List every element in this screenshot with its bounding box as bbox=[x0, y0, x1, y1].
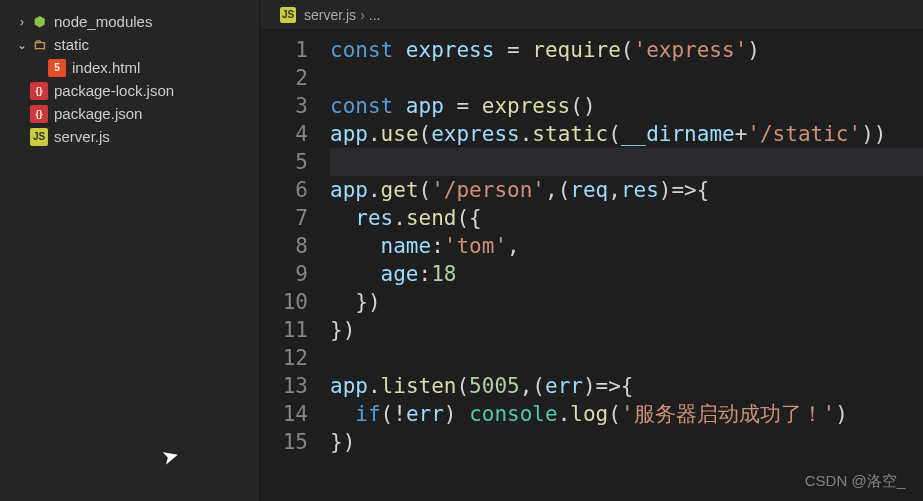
nm-icon: ⬢ bbox=[30, 13, 48, 31]
code-line[interactable]: if(!err) console.log('服务器启动成功了！') bbox=[330, 400, 923, 428]
tree-indent bbox=[32, 60, 48, 76]
line-number: 10 bbox=[260, 288, 308, 316]
code-line[interactable]: app.get('/person',(req,res)=>{ bbox=[330, 176, 923, 204]
json-icon: {} bbox=[30, 82, 48, 100]
code-line[interactable] bbox=[330, 148, 923, 176]
tree-label: static bbox=[54, 36, 89, 53]
breadcrumb-tail[interactable]: ... bbox=[369, 7, 381, 23]
tree-label: node_modules bbox=[54, 13, 152, 30]
tree-label: package.json bbox=[54, 105, 142, 122]
line-number: 6 bbox=[260, 176, 308, 204]
editor-tab-bar: JS server.js › ... bbox=[260, 0, 923, 30]
code-line[interactable]: app.listen(5005,(err)=>{ bbox=[330, 372, 923, 400]
js-icon: JS bbox=[280, 7, 296, 23]
editor-pane: JS server.js › ... 123456789101112131415… bbox=[260, 0, 923, 501]
chevron-right-icon[interactable]: › bbox=[14, 14, 30, 30]
line-number: 13 bbox=[260, 372, 308, 400]
watermark: CSDN @洛空_ bbox=[805, 472, 905, 491]
line-number: 14 bbox=[260, 400, 308, 428]
line-gutter: 123456789101112131415 bbox=[260, 36, 330, 501]
line-number: 11 bbox=[260, 316, 308, 344]
tree-item-package-lock-json[interactable]: {}package-lock.json bbox=[0, 79, 259, 102]
code-line[interactable]: app.use(express.static(__dirname+'/stati… bbox=[330, 120, 923, 148]
tree-label: server.js bbox=[54, 128, 110, 145]
line-number: 2 bbox=[260, 64, 308, 92]
code-line[interactable]: }) bbox=[330, 288, 923, 316]
chevron-right-icon: › bbox=[360, 7, 365, 23]
code-line[interactable]: const app = express() bbox=[330, 92, 923, 120]
tree-indent bbox=[14, 106, 30, 122]
code-line[interactable]: age:18 bbox=[330, 260, 923, 288]
code-line[interactable] bbox=[330, 344, 923, 372]
tree-indent bbox=[14, 129, 30, 145]
tree-item-package-json[interactable]: {}package.json bbox=[0, 102, 259, 125]
line-number: 4 bbox=[260, 120, 308, 148]
json-icon: {} bbox=[30, 105, 48, 123]
tree-indent bbox=[14, 83, 30, 99]
code-editor[interactable]: 123456789101112131415 const express = re… bbox=[260, 30, 923, 501]
tree-item-server-js[interactable]: JSserver.js bbox=[0, 125, 259, 148]
line-number: 5 bbox=[260, 148, 308, 176]
html-icon: 5 bbox=[48, 59, 66, 77]
line-number: 9 bbox=[260, 260, 308, 288]
code-line[interactable]: res.send({ bbox=[330, 204, 923, 232]
line-number: 15 bbox=[260, 428, 308, 456]
line-number: 7 bbox=[260, 204, 308, 232]
code-line[interactable]: name:'tom', bbox=[330, 232, 923, 260]
line-number: 12 bbox=[260, 344, 308, 372]
code-line[interactable]: }) bbox=[330, 316, 923, 344]
js-icon: JS bbox=[30, 128, 48, 146]
tree-label: package-lock.json bbox=[54, 82, 174, 99]
tree-item-static[interactable]: ⌄🗀static bbox=[0, 33, 259, 56]
code-content[interactable]: const express = require('express') const… bbox=[330, 36, 923, 501]
code-line[interactable] bbox=[330, 64, 923, 92]
line-number: 1 bbox=[260, 36, 308, 64]
file-explorer: ›⬢node_modules⌄🗀static5index.html{}packa… bbox=[0, 0, 260, 501]
folder-icon: 🗀 bbox=[30, 36, 48, 54]
tree-item-node-modules[interactable]: ›⬢node_modules bbox=[0, 10, 259, 33]
code-line[interactable]: }) bbox=[330, 428, 923, 456]
code-line[interactable]: const express = require('express') bbox=[330, 36, 923, 64]
breadcrumb-file[interactable]: server.js bbox=[304, 7, 356, 23]
tree-item-index-html[interactable]: 5index.html bbox=[0, 56, 259, 79]
chevron-down-icon[interactable]: ⌄ bbox=[14, 37, 30, 53]
tree-label: index.html bbox=[72, 59, 140, 76]
line-number: 3 bbox=[260, 92, 308, 120]
line-number: 8 bbox=[260, 232, 308, 260]
